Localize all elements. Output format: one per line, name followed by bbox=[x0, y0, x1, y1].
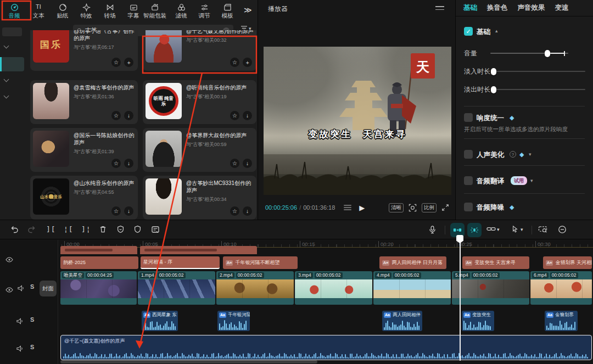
chevron-down-icon[interactable] bbox=[4, 93, 9, 99]
add-to-timeline-button[interactable]: ＋ bbox=[243, 58, 252, 67]
add-to-timeline-button[interactable]: ＋ bbox=[124, 58, 133, 67]
text-clip-partial[interactable] bbox=[140, 246, 257, 254]
cover-button[interactable]: 封面 bbox=[40, 281, 57, 296]
download-button[interactable]: ↓ bbox=[124, 206, 133, 216]
video-clip[interactable]: 5.mp400:00:05:02 bbox=[452, 271, 529, 305]
video-clip[interactable]: 3.mp400:00:05:02 bbox=[295, 271, 372, 305]
sidebar-collapsed-chip[interactable] bbox=[2, 27, 22, 36]
voiceover-clip[interactable]: Aa金簪划界 bbox=[545, 311, 578, 331]
toggle-visibility-icon[interactable] bbox=[5, 285, 13, 295]
music-card[interactable]: 国乐 @玥筝小语《古筝》创作的原声 与“古筝”相关05:17 ☆＋ bbox=[30, 30, 138, 71]
tab-template[interactable]: 模板 bbox=[215, 2, 239, 20]
link-clips-button[interactable] bbox=[486, 225, 496, 234]
video-clip[interactable]: 6.mp400:00:05:02 bbox=[530, 271, 592, 305]
mute-track-icon[interactable] bbox=[16, 344, 24, 354]
music-card[interactable]: 山水 纯音乐 @山水纯音乐创作的原声 与“古筝”相关04:55 ☆↓ bbox=[30, 176, 138, 220]
dropdown-icon[interactable]: ▾ bbox=[530, 178, 533, 183]
solo-track-button[interactable]: S bbox=[30, 316, 34, 323]
frame-list-icon[interactable] bbox=[344, 204, 351, 211]
video-clip[interactable]: 1.mp400:00:05:02 bbox=[138, 271, 215, 305]
chevron-down-icon[interactable] bbox=[4, 77, 9, 82]
text-clip[interactable]: A≡金簪划界 天河相隔 bbox=[543, 256, 592, 269]
music-card[interactable]: 听雨 纯音乐 @听雨纯音乐创作的原声 与“古筝”相关00:19 ☆↓ bbox=[143, 80, 256, 124]
denoise-checkbox[interactable] bbox=[464, 203, 473, 211]
auto-snap-toggle[interactable] bbox=[467, 223, 482, 237]
record-voiceover-button[interactable] bbox=[428, 225, 437, 236]
split-keep-right-button[interactable]: ¦[ bbox=[64, 225, 74, 233]
chevron-down-icon[interactable] bbox=[4, 43, 9, 49]
favorite-button[interactable]: ☆ bbox=[230, 58, 239, 67]
more-tabs-icon[interactable]: ≫ bbox=[244, 5, 251, 14]
info-icon[interactable]: ? bbox=[510, 151, 516, 158]
download-button[interactable]: ↓ bbox=[124, 111, 133, 120]
delete-button[interactable] bbox=[99, 225, 107, 235]
volume-slider-handle[interactable] bbox=[545, 50, 550, 57]
text-clip[interactable]: A≡两人田间相伴 日升月落 bbox=[379, 256, 446, 269]
vocal-beautify-checkbox[interactable] bbox=[464, 150, 473, 159]
solo-track-button[interactable]: S bbox=[30, 283, 34, 290]
music-clip-selected[interactable]: @千艺~(聂文惠)创作的原声 bbox=[60, 335, 592, 360]
tab-smart-package[interactable]: 智能包装 bbox=[141, 2, 169, 20]
music-card-annotated[interactable]: @千艺~(聂文惠)创作的原声 与“古筝”相关00:32 ☆＋ bbox=[143, 30, 256, 71]
dropdown-icon[interactable]: ▾ bbox=[497, 227, 500, 232]
toggle-visibility-icon[interactable] bbox=[5, 255, 13, 265]
download-button[interactable]: ↓ bbox=[243, 111, 252, 120]
favorite-button[interactable]: ☆ bbox=[230, 159, 239, 168]
tab-voice-change[interactable]: 换音色 bbox=[487, 3, 508, 13]
tab-transition[interactable]: 转场 bbox=[98, 2, 122, 20]
voiceover-clip[interactable]: Aa西周星象 东 bbox=[142, 311, 178, 331]
sidebar-active-category[interactable] bbox=[0, 57, 24, 71]
voiceover-clip[interactable]: Aa变故突生 bbox=[462, 311, 494, 331]
download-button[interactable]: ↓ bbox=[124, 159, 133, 168]
favorite-button[interactable]: ☆ bbox=[111, 58, 121, 67]
favorite-button[interactable]: ☆ bbox=[111, 206, 121, 216]
focus-preview-icon[interactable] bbox=[409, 204, 417, 212]
ai-mask-button[interactable] bbox=[116, 225, 125, 235]
video-clip[interactable]: 唯美星空00:00:04:25 bbox=[60, 271, 137, 305]
tab-adjust[interactable]: 调节 bbox=[192, 2, 216, 20]
zoom-out-button[interactable] bbox=[558, 225, 567, 236]
tab-basic[interactable]: 基础 bbox=[463, 3, 477, 13]
undo-button[interactable] bbox=[10, 225, 19, 236]
split-keep-left-button[interactable]: ]¦ bbox=[81, 225, 91, 233]
tab-audio[interactable]: 音频 bbox=[2, 2, 26, 20]
tab-filter[interactable]: 滤镜 bbox=[169, 2, 193, 20]
dropdown-icon[interactable]: ▾ bbox=[521, 227, 523, 232]
favorite-button[interactable]: ☆ bbox=[230, 111, 239, 120]
voiceover-clip[interactable]: Aa千年银河隔 bbox=[217, 311, 250, 331]
horizontal-scrollbar[interactable] bbox=[60, 360, 317, 363]
text-clip-selected[interactable]: 星河相隔 - 序 bbox=[141, 256, 220, 269]
mute-track-icon[interactable] bbox=[16, 317, 24, 327]
select-tool-button[interactable] bbox=[511, 225, 519, 235]
smart-captions-button[interactable] bbox=[151, 225, 160, 236]
volume-slider[interactable] bbox=[490, 52, 568, 54]
tab-speed[interactable]: 变速 bbox=[555, 3, 569, 13]
split-button[interactable]: ][ bbox=[46, 225, 56, 233]
preview-axis-button[interactable] bbox=[538, 225, 547, 235]
tab-sticker[interactable]: 贴纸 bbox=[51, 2, 75, 20]
loudness-checkbox[interactable] bbox=[464, 113, 473, 122]
fade-out-slider-handle[interactable] bbox=[491, 86, 496, 93]
audio-translate-checkbox[interactable] bbox=[464, 176, 473, 185]
quality-button[interactable]: 清晰 bbox=[389, 203, 404, 212]
fade-out-slider[interactable] bbox=[491, 88, 585, 91]
download-button[interactable]: ↓ bbox=[243, 159, 252, 168]
tab-sound-effects[interactable]: 声音效果 bbox=[518, 3, 545, 13]
music-card[interactable]: @古筝妙出MC9331创作的原声 与“古筝”相关00:34 ☆↓ bbox=[143, 176, 256, 220]
redo-button[interactable] bbox=[27, 225, 36, 236]
play-button[interactable]: ▶ bbox=[359, 204, 365, 212]
tab-effects[interactable]: 特效 bbox=[74, 2, 98, 20]
text-clip-partial[interactable] bbox=[60, 246, 137, 254]
mask-button[interactable] bbox=[133, 225, 142, 235]
dropdown-icon[interactable]: ▾ bbox=[529, 152, 532, 157]
basic-checkbox[interactable]: ✓ bbox=[464, 27, 473, 36]
video-clip[interactable]: 4.mp400:00:05:02 bbox=[373, 271, 451, 305]
solo-track-button[interactable]: S bbox=[30, 344, 34, 350]
download-button[interactable]: ↓ bbox=[243, 206, 252, 216]
music-card[interactable]: @袁雪梅古筝创作的原声 与“古筝”相关01:36 ☆↓ bbox=[30, 80, 138, 124]
fade-in-slider-handle[interactable] bbox=[491, 68, 496, 75]
text-clip[interactable]: A≡千年银河隔不断相望 bbox=[223, 256, 298, 269]
favorite-button[interactable]: ☆ bbox=[111, 111, 121, 120]
mute-track-icon[interactable] bbox=[18, 284, 25, 294]
player-menu-icon[interactable] bbox=[435, 6, 444, 12]
